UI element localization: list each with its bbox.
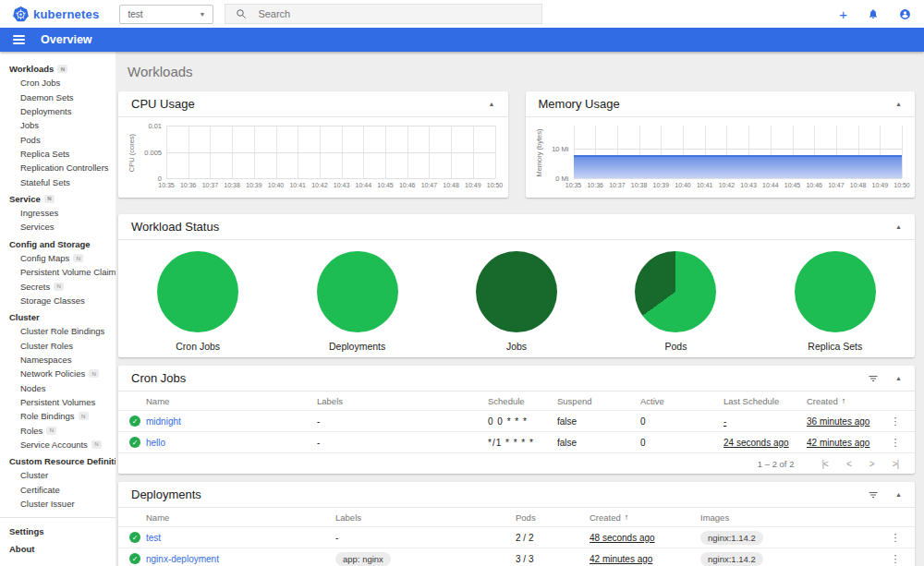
column-header-pods[interactable]: Pods — [516, 512, 590, 523]
pie-chart[interactable] — [795, 251, 876, 332]
search-input[interactable]: Search — [225, 4, 542, 24]
labels-cell: app: nginx — [335, 552, 516, 566]
sidebar-item-nodes[interactable]: Nodes — [0, 381, 116, 395]
sidebar-item-persistent-volumes[interactable]: Persistent Volumes — [0, 395, 116, 409]
sidebar-divider — [0, 517, 116, 518]
sidebar-item-ingresses[interactable]: Ingresses — [0, 206, 116, 220]
sidebar-item-cluster[interactable]: Cluster — [0, 468, 116, 482]
column-header-schedule[interactable]: Schedule — [488, 396, 557, 406]
sidebar-item-jobs[interactable]: Jobs — [0, 118, 116, 132]
row-menu-button[interactable]: ⋮ — [891, 554, 901, 564]
sidebar-item-certificate[interactable]: Certificate — [0, 483, 116, 497]
filter-icon[interactable] — [868, 373, 879, 384]
sidebar-group-cluster[interactable]: Cluster — [0, 310, 116, 324]
previous-page-icon[interactable]: < — [846, 459, 851, 469]
sidebar-item-config-maps[interactable]: Config MapsN — [0, 251, 116, 265]
collapse-icon[interactable]: ▲ — [895, 491, 902, 498]
resource-link[interactable]: nginx-deployment — [146, 554, 219, 564]
column-header-labels[interactable]: Labels — [335, 512, 516, 523]
sidebar-item-pods[interactable]: Pods — [0, 132, 116, 146]
pie-chart[interactable] — [317, 251, 398, 332]
resource-link[interactable]: test — [146, 533, 161, 543]
name-cell: hello — [146, 438, 317, 448]
sidebar-item-label: Role Bindings — [20, 411, 75, 421]
y-axis-label: Memory (bytes) — [534, 116, 542, 190]
x-tick-label: 10:41 — [289, 182, 306, 188]
cron-jobs-header: Cron Jobs ▲ — [118, 366, 915, 391]
sidebar-item-roles[interactable]: RolesN — [0, 423, 116, 437]
column-header-images[interactable]: Images — [700, 512, 883, 523]
sidebar-item-label: About — [9, 544, 34, 554]
sidebar-item-secrets[interactable]: SecretsN — [0, 279, 116, 293]
workload-status-header: Workload Status ▲ — [118, 214, 915, 240]
card-title: Workload Status — [131, 220, 219, 234]
sidebar-item-storage-classes[interactable]: Storage Classes — [0, 294, 116, 307]
sidebar-item-cluster-issuer[interactable]: Cluster Issuer — [0, 497, 116, 511]
pie-label: Replica Sets — [808, 341, 862, 352]
sidebar-item-network-policies[interactable]: Network PoliciesN — [0, 367, 116, 380]
notifications-icon[interactable] — [868, 8, 879, 19]
sidebar-item-persistent-volume-claims[interactable]: Persistent Volume ClaimsN — [0, 265, 116, 279]
account-icon[interactable] — [899, 8, 911, 20]
x-tick-label: 10:50 — [487, 182, 504, 188]
sidebar-item-cluster-role-bindings[interactable]: Cluster Role Bindings — [0, 324, 116, 338]
menu-icon[interactable] — [13, 35, 25, 44]
column-header-name[interactable]: Name — [146, 396, 317, 406]
namespaced-badge: N — [89, 369, 99, 378]
logo-wordmark: kubernetes — [33, 7, 99, 21]
filter-icon[interactable] — [868, 489, 879, 500]
collapse-icon[interactable]: ▲ — [895, 101, 902, 107]
collapse-icon[interactable]: ▲ — [489, 101, 495, 107]
cpu-chart: CPU (cores) 10:3510:3610:3710:3810:3910:… — [118, 117, 508, 197]
image-chip: nginx:1.14.2 — [700, 531, 763, 545]
last-page-icon[interactable]: >| — [893, 459, 898, 469]
sidebar-group-config-and-storage[interactable]: Config and Storage — [0, 237, 116, 251]
pagination-range: 1 – 2 of 2 — [758, 459, 795, 469]
first-page-icon[interactable]: |< — [821, 459, 827, 469]
namespace-selector[interactable]: test ▼ — [119, 5, 213, 24]
sidebar-group-service[interactable]: ServiceN — [0, 192, 116, 206]
sidebar-item-label: Jobs — [20, 120, 39, 130]
row-menu-button[interactable]: ⋮ — [891, 438, 901, 448]
sidebar-item-stateful-sets[interactable]: Stateful Sets — [0, 175, 116, 188]
sidebar-item-services[interactable]: Services — [0, 220, 116, 234]
column-header-suspend[interactable]: Suspend — [557, 396, 640, 406]
sidebar-item-daemon-sets[interactable]: Daemon Sets — [0, 90, 116, 104]
row-menu-button[interactable]: ⋮ — [891, 416, 901, 427]
collapse-icon[interactable]: ▲ — [895, 223, 902, 230]
gridline — [166, 126, 495, 126]
column-header-last-schedule[interactable]: Last Schedule — [723, 396, 807, 406]
deployments-table-body: ✓test-2 / 248 seconds agonginx:1.14.2⋮✓n… — [118, 527, 915, 566]
resource-link[interactable]: hello — [146, 438, 165, 448]
sidebar-item-namespaces[interactable]: Namespaces — [0, 353, 116, 367]
sidebar-item-role-bindings[interactable]: Role BindingsN — [0, 409, 116, 423]
row-menu-button[interactable]: ⋮ — [891, 533, 901, 543]
sidebar-item-replication-controllers[interactable]: Replication Controllers — [0, 161, 116, 175]
sidebar-item-service-accounts[interactable]: Service AccountsN — [0, 438, 116, 452]
sidebar-group-workloads[interactable]: WorkloadsN — [0, 62, 116, 76]
column-header-labels[interactable]: Labels — [317, 396, 488, 406]
sidebar-group-custom-resource-definitions[interactable]: Custom Resource Definitions — [0, 454, 116, 468]
sidebar-item-deployments[interactable]: Deployments — [0, 104, 116, 118]
deployments-table-header: Name Labels Pods Created ↑ Images — [118, 508, 915, 527]
sidebar-item-replica-sets[interactable]: Replica Sets — [0, 147, 116, 161]
pie-chart[interactable] — [157, 251, 238, 332]
sidebar-item-cron-jobs[interactable]: Cron Jobs — [0, 76, 116, 90]
resource-link[interactable]: midnight — [146, 416, 181, 427]
sidebar-group-about[interactable]: About — [0, 542, 116, 556]
gridline — [902, 126, 903, 178]
column-header-created[interactable]: Created ↑ — [807, 396, 883, 406]
kubernetes-logo[interactable]: kubernetes — [13, 6, 99, 22]
pie-chart[interactable] — [476, 251, 557, 332]
column-header-name[interactable]: Name — [146, 512, 335, 523]
sidebar-item-cluster-roles[interactable]: Cluster Roles — [0, 339, 116, 353]
column-header-active[interactable]: Active — [640, 396, 723, 406]
pie-chart[interactable] — [635, 251, 716, 332]
sidebar-group-settings[interactable]: Settings — [0, 524, 116, 538]
column-header-created[interactable]: Created ↑ — [590, 512, 700, 523]
workload-pie-replica-sets: Replica Sets — [756, 251, 915, 352]
collapse-icon[interactable]: ▲ — [895, 375, 902, 381]
create-resource-button[interactable]: + — [839, 7, 847, 21]
sidebar-item-label: Service Accounts — [20, 440, 88, 450]
next-page-icon[interactable]: > — [869, 459, 874, 469]
